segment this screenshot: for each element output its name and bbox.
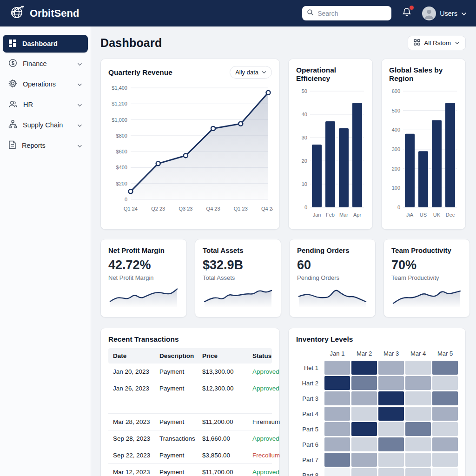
cell-date: Mar 28, 2023 [113, 418, 159, 425]
heatmap-cell [405, 407, 431, 421]
chevron-down-icon [461, 10, 467, 17]
operational-efficiency-card: Operational Efficiency 01020304050JanFeb… [288, 59, 373, 230]
inventory-levels-card: Inventory Levels Jan 1Mar 2Mar 3Mar 4Mar… [288, 328, 466, 476]
sidebar: DashboardFinanceOperationsHRSupply Chain… [0, 26, 91, 476]
heatmap-row-label: Part 7 [296, 456, 323, 463]
heatmap-cell [324, 453, 350, 467]
ally-data-select[interactable]: Ally data [230, 66, 272, 79]
svg-text:Q2 23: Q2 23 [151, 206, 165, 212]
sidebar-item-label: Operations [23, 80, 56, 88]
gear-icon [8, 79, 17, 89]
svg-text:Q1 24: Q1 24 [124, 206, 138, 212]
svg-text:Q3 23: Q3 23 [178, 206, 192, 212]
search-input[interactable] [317, 10, 383, 17]
filter-button[interactable]: All Rstom [408, 36, 466, 50]
card-title: Operational Efficiency [296, 66, 365, 83]
quarterly-revenue-line-chart: 0$200$400$600$800$1,000$1,200$1,400Q1 24… [108, 81, 272, 217]
sidebar-item-reports[interactable]: Reports [3, 136, 88, 155]
kpi-sparkline [203, 284, 273, 310]
notifications-button[interactable] [402, 7, 412, 20]
svg-text:$1,400: $1,400 [112, 85, 127, 91]
heatmap-row: Part 4 [296, 407, 458, 421]
heatmap-row-label: Het 1 [296, 364, 323, 371]
svg-text:400: 400 [392, 127, 400, 132]
user-menu-label: Users [440, 10, 457, 17]
heatmap-cell [405, 391, 431, 405]
svg-text:Q4 24: Q4 24 [261, 206, 273, 212]
cell-price: $1,660.00 [202, 435, 252, 442]
sidebar-item-label: Reports [22, 142, 46, 149]
heatmap-cell [378, 376, 404, 390]
svg-text:600: 600 [392, 88, 400, 94]
heatmap-row: Het 1 [296, 361, 458, 375]
kpi-card-pending-orders: Pending Orders60Pending Orders [289, 239, 376, 317]
global-sales-card: Global Sales by Region 01002003004005006… [381, 59, 466, 230]
bell-icon [402, 11, 412, 19]
svg-text:0: 0 [304, 205, 307, 210]
chevron-down-icon [77, 121, 82, 129]
table-row: Mar 12, 2023Payment$11,700.00Approved [108, 464, 272, 476]
svg-text:Q1 23: Q1 23 [234, 206, 248, 212]
card-title: Global Sales by Region [389, 66, 458, 83]
avatar [422, 7, 436, 20]
svg-text:30: 30 [302, 135, 307, 140]
svg-text:500: 500 [392, 108, 400, 113]
cell-description: Payment [159, 368, 202, 375]
card-title: Quarterly Revenue [108, 68, 172, 77]
user-menu[interactable]: Users [422, 7, 467, 20]
sidebar-item-operations[interactable]: Operations [3, 75, 88, 93]
svg-text:$1,000: $1,000 [112, 117, 127, 123]
heatmap-cell [405, 468, 431, 476]
heatmap-cell [432, 453, 458, 467]
kpi-value: 42.72% [108, 258, 179, 272]
network-icon [8, 120, 17, 130]
globe-orbit-icon [9, 4, 25, 23]
sidebar-item-dashboard[interactable]: Dashboard [3, 35, 88, 53]
sidebar-item-hr[interactable]: HR [3, 95, 88, 114]
heatmap-cell [405, 376, 431, 390]
chevron-down-icon [77, 60, 82, 67]
sidebar-item-finance[interactable]: Finance [3, 54, 88, 73]
kpi-subtitle: Net Profit Margin [108, 274, 179, 281]
cell-date: Mar 12, 2023 [113, 469, 159, 476]
heatmap-cell [351, 468, 377, 476]
cell-description: Payment [159, 469, 202, 476]
cell-date: Sep 28, 2023 [113, 435, 159, 442]
cell-description: Payment [159, 418, 202, 425]
heatmap-cell [324, 422, 350, 436]
global-sales-bar-chart: 0100200300400500600JiAUSUKDec [389, 85, 458, 222]
cell-date: Sep 22, 2023 [113, 452, 159, 459]
chevron-down-icon [262, 71, 266, 74]
heatmap-cell [405, 437, 431, 451]
sidebar-item-label: Supply Chain [23, 121, 63, 129]
heatmap-cell [324, 391, 350, 405]
svg-text:Q4 23: Q4 23 [206, 206, 220, 212]
kpi-card-total-assets: Total Assets$32.9BTotal Assets [195, 239, 281, 317]
heatmap-cell [405, 361, 431, 375]
cell-status: Firemiium [252, 418, 280, 425]
heatmap-cell [378, 437, 404, 451]
heatmap-cell [351, 407, 377, 421]
svg-text:300: 300 [392, 146, 400, 152]
svg-text:$400: $400 [116, 165, 127, 170]
svg-text:$800: $800 [116, 133, 127, 139]
svg-text:Feb: Feb [326, 212, 335, 218]
card-title: Inventory Levels [296, 335, 458, 344]
table-row: Mar 28, 2023Payment$11,200.00Firemiium [108, 414, 272, 430]
heatmap-column-label: Mar 2 [351, 350, 377, 357]
heatmap-cell [324, 468, 350, 476]
table-row: Jan 20, 2023Payment$13,300.00Approved [108, 364, 272, 380]
heatmap-cell [378, 468, 404, 476]
search-input-wrapper[interactable] [302, 6, 391, 20]
kpi-value: $32.9B [203, 258, 273, 272]
sidebar-item-supply-chain[interactable]: Supply Chain [3, 116, 88, 134]
cell-description: Payment [159, 385, 202, 392]
recent-transactions-card: Recent Transactions DateDescriptionPrice… [100, 328, 280, 476]
charts-row: Quarterly Revenue Ally data 0$200$400$60… [100, 59, 466, 230]
chevron-down-icon [77, 80, 82, 88]
heatmap-cell [432, 437, 458, 451]
heatmap-cell [378, 391, 404, 405]
heatmap-row: Part 3 [296, 391, 458, 405]
heatmap-row: Hart 2 [296, 376, 458, 390]
heatmap-cell [324, 407, 350, 421]
